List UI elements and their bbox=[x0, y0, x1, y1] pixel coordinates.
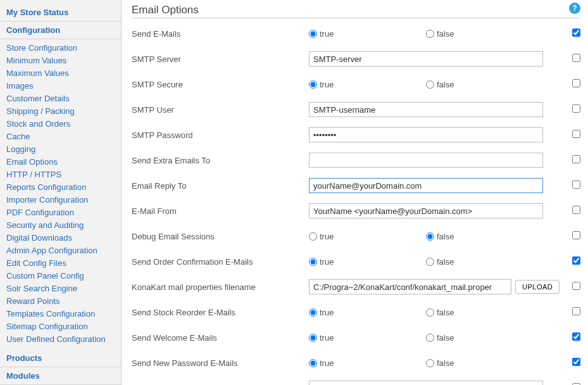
sidebar-item[interactable]: Sitemap Configuration bbox=[6, 322, 88, 331]
field-label: E-Mail From bbox=[132, 206, 309, 216]
radio-input[interactable] bbox=[309, 80, 317, 89]
sidebar-item[interactable]: Admin App Configuration bbox=[6, 246, 97, 255]
radio-input[interactable] bbox=[426, 308, 434, 317]
radio-option-true[interactable]: true bbox=[309, 257, 426, 267]
radio-option-false[interactable]: false bbox=[426, 29, 543, 39]
radio-label: false bbox=[437, 333, 454, 343]
sidebar-item[interactable]: Custom Panel Config bbox=[6, 271, 84, 281]
sidebar-item[interactable]: Solr Search Engine bbox=[6, 284, 77, 293]
row-checkbox[interactable] bbox=[572, 104, 580, 113]
row-checkbox[interactable] bbox=[572, 282, 580, 290]
radio-input[interactable] bbox=[426, 30, 434, 38]
radio-input[interactable] bbox=[309, 232, 317, 241]
help-icon[interactable]: ? bbox=[569, 3, 580, 14]
radio-option-true[interactable]: true bbox=[309, 232, 426, 241]
sidebar-item[interactable]: Logging bbox=[6, 144, 35, 154]
sidebar-item[interactable]: Edit Config Files bbox=[6, 258, 66, 268]
smtp_server-input[interactable] bbox=[309, 51, 543, 66]
field-label: Send Extra Emails To bbox=[132, 156, 309, 165]
mail_props-input[interactable] bbox=[309, 279, 511, 294]
radio-option-false[interactable]: false bbox=[426, 232, 543, 241]
radio-option-true[interactable]: true bbox=[309, 358, 426, 368]
sidebar-section[interactable]: My Store Status bbox=[0, 4, 121, 22]
form-row-smtp_secure: SMTP Securetruefalse bbox=[132, 72, 580, 97]
radio-input[interactable] bbox=[426, 80, 434, 89]
sidebar-item[interactable]: Digital Downloads bbox=[6, 233, 72, 243]
radio-input[interactable] bbox=[309, 359, 317, 367]
sidebar-item[interactable]: Store Configuration bbox=[6, 43, 77, 53]
sidebar-item[interactable]: Reward Points bbox=[6, 296, 60, 306]
radio-label: true bbox=[320, 29, 334, 39]
row-checkbox[interactable] bbox=[572, 231, 580, 239]
radio-option-false[interactable]: false bbox=[426, 308, 543, 317]
radio-label: true bbox=[320, 333, 334, 343]
sidebar-item[interactable]: Importer Configuration bbox=[6, 195, 88, 205]
field-label: Send Welcome E-Mails bbox=[132, 333, 309, 343]
smtp_user-input[interactable] bbox=[309, 102, 543, 117]
field-control: truefalse bbox=[309, 257, 561, 267]
radio-label: false bbox=[437, 308, 454, 317]
reply_to-input[interactable] bbox=[309, 178, 543, 193]
radio-option-false[interactable]: false bbox=[426, 80, 543, 89]
sender_threads-input[interactable] bbox=[309, 381, 543, 385]
radio-input[interactable] bbox=[426, 232, 434, 241]
row-checkbox[interactable] bbox=[572, 307, 580, 315]
form-row-welcome: Send Welcome E-Mailstruefalse bbox=[132, 325, 580, 350]
form-row-email_from: E-Mail From bbox=[132, 198, 580, 224]
form-area: Send E-MailstruefalseSMTP ServerSMTP Sec… bbox=[132, 21, 580, 385]
row-checkbox[interactable] bbox=[572, 54, 580, 62]
radio-label: true bbox=[320, 80, 334, 89]
sidebar-item[interactable]: Minimum Values bbox=[6, 56, 66, 65]
sidebar-item[interactable]: Maximum Values bbox=[6, 68, 69, 78]
row-checkbox[interactable] bbox=[572, 79, 580, 87]
sidebar-item[interactable]: Templates Configuration bbox=[6, 309, 95, 319]
sidebar-section[interactable]: Modules bbox=[0, 367, 121, 385]
sidebar-item[interactable]: HTTP / HTTPS bbox=[6, 170, 61, 179]
radio-option-true[interactable]: true bbox=[309, 308, 426, 317]
radio-input[interactable] bbox=[309, 30, 317, 38]
radio-option-false[interactable]: false bbox=[426, 333, 543, 343]
email_from-input[interactable] bbox=[309, 203, 543, 218]
sidebar-item[interactable]: Security and Auditing bbox=[6, 220, 84, 230]
row-checkbox[interactable] bbox=[572, 155, 580, 163]
row-checkbox[interactable] bbox=[572, 206, 580, 214]
radio-input[interactable] bbox=[426, 258, 434, 266]
field-control bbox=[309, 381, 561, 385]
upload-button[interactable]: UPLOAD bbox=[515, 280, 560, 294]
radio-input[interactable] bbox=[309, 308, 317, 317]
row-checkbox[interactable] bbox=[572, 358, 580, 366]
send_extra_to-input[interactable] bbox=[309, 153, 543, 168]
row-checkbox[interactable] bbox=[572, 180, 580, 189]
field-label: SMTP User bbox=[132, 105, 309, 115]
form-row-smtp_user: SMTP User bbox=[132, 97, 580, 122]
sidebar-item[interactable]: Cache bbox=[6, 132, 30, 141]
form-row-order_conf: Send Order Confirmation E-Mailstruefalse bbox=[132, 249, 580, 274]
field-label: Send New Password E-Mails bbox=[132, 358, 309, 368]
radio-input[interactable] bbox=[426, 334, 434, 342]
radio-option-false[interactable]: false bbox=[426, 358, 543, 368]
radio-input[interactable] bbox=[309, 334, 317, 342]
sidebar-item[interactable]: User Defined Configuration bbox=[6, 334, 106, 344]
radio-option-false[interactable]: false bbox=[426, 257, 543, 267]
radio-input[interactable] bbox=[309, 258, 317, 266]
sidebar-item[interactable]: Shipping / Packing bbox=[6, 106, 75, 116]
sidebar-item[interactable]: Reports Configuration bbox=[6, 182, 86, 192]
smtp_password-input[interactable] bbox=[309, 127, 543, 142]
field-control bbox=[309, 127, 561, 142]
radio-option-true[interactable]: true bbox=[309, 29, 426, 39]
radio-input[interactable] bbox=[426, 359, 434, 367]
sidebar-item[interactable]: PDF Configuration bbox=[6, 208, 74, 217]
row-checkbox[interactable] bbox=[572, 256, 580, 265]
field-control: truefalse bbox=[309, 333, 561, 343]
sidebar-item[interactable]: Customer Details bbox=[6, 94, 70, 103]
sidebar-item[interactable]: Images bbox=[6, 81, 34, 91]
sidebar-item[interactable]: Email Options bbox=[6, 157, 58, 167]
row-checkbox[interactable] bbox=[572, 130, 580, 138]
row-checkbox[interactable] bbox=[572, 28, 580, 37]
sidebar-section[interactable]: Products bbox=[0, 350, 121, 367]
row-checkbox[interactable] bbox=[572, 332, 580, 341]
sidebar-section[interactable]: Configuration bbox=[0, 22, 121, 39]
radio-option-true[interactable]: true bbox=[309, 80, 426, 89]
radio-option-true[interactable]: true bbox=[309, 333, 426, 343]
sidebar-item[interactable]: Stock and Orders bbox=[6, 119, 70, 129]
